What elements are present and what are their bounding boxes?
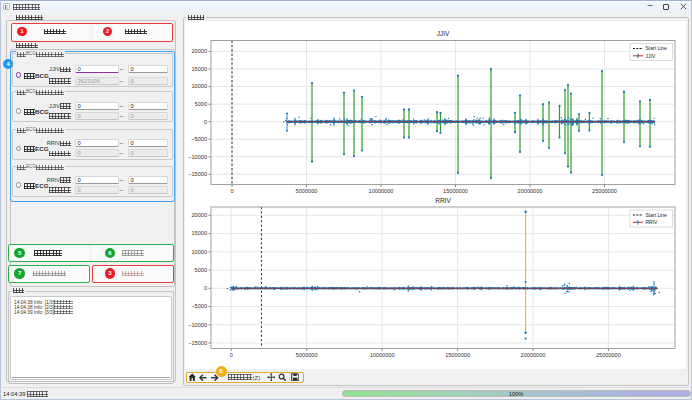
svg-text:−10000: −10000: [188, 154, 207, 160]
svg-text:−15000: −15000: [188, 171, 207, 177]
svg-text:25000000: 25000000: [592, 188, 617, 194]
svg-text:15000: 15000: [191, 230, 207, 236]
svg-text:5000000: 5000000: [296, 188, 318, 194]
svg-text:RRIV: RRIV: [435, 197, 451, 204]
svg-text:0: 0: [230, 352, 233, 358]
svg-text:20000: 20000: [191, 212, 207, 218]
svg-text:Start Line: Start Line: [646, 212, 668, 218]
svg-text:0: 0: [204, 285, 207, 291]
svg-text:RRIV: RRIV: [646, 219, 659, 225]
svg-text:−10000: −10000: [188, 322, 207, 328]
svg-text:10000: 10000: [191, 249, 207, 255]
svg-text:−5000: −5000: [191, 303, 207, 309]
svg-text:0: 0: [204, 119, 207, 125]
svg-text:25000000: 25000000: [596, 352, 621, 358]
svg-text:JJIV: JJIV: [646, 53, 656, 59]
svg-text:20000: 20000: [191, 48, 207, 54]
svg-text:5000: 5000: [195, 267, 207, 273]
svg-text:15000000: 15000000: [443, 188, 468, 194]
svg-text:20000000: 20000000: [518, 188, 543, 194]
svg-text:5000000: 5000000: [296, 352, 318, 358]
svg-text:10000000: 10000000: [370, 352, 395, 358]
svg-text:0: 0: [230, 188, 233, 194]
svg-text:15000: 15000: [191, 66, 207, 72]
svg-text:5000: 5000: [195, 101, 207, 107]
svg-text:Start Line: Start Line: [646, 45, 668, 51]
svg-text:−15000: −15000: [188, 340, 207, 346]
svg-text:15000000: 15000000: [445, 352, 470, 358]
svg-text:−5000: −5000: [191, 136, 207, 142]
svg-text:10000: 10000: [191, 83, 207, 89]
svg-text:10000000: 10000000: [369, 188, 394, 194]
svg-text:JJIV: JJIV: [437, 30, 450, 37]
svg-text:20000000: 20000000: [521, 352, 546, 358]
